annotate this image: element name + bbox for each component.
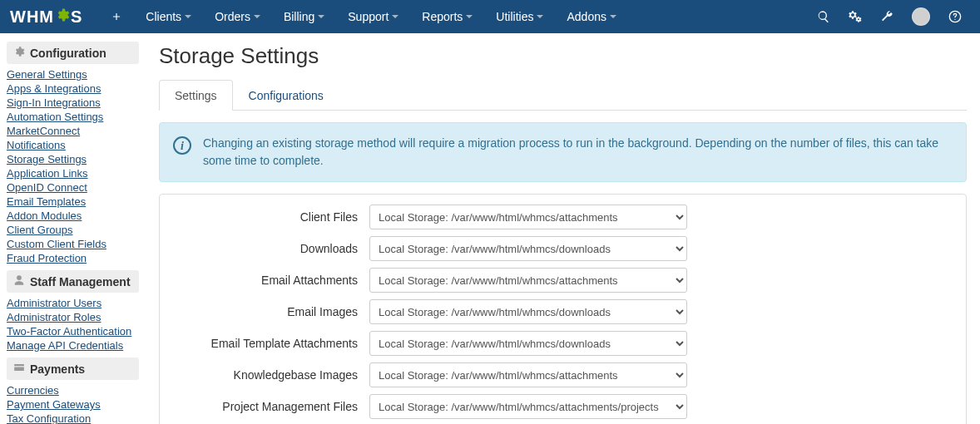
tab-configurations[interactable]: Configurations [233, 80, 339, 111]
nav-label: Clients [146, 10, 181, 23]
alert-text: Changing an existing storage method will… [203, 135, 953, 170]
brand-pre: WHM [10, 7, 54, 27]
nav-utilities[interactable]: Utilities [484, 0, 555, 33]
gear-icon [55, 7, 70, 27]
storage-select-email-attachments[interactable]: Local Storage: /var/www/html/whmcs/attac… [369, 268, 687, 293]
sidebar-link-administrator-roles[interactable]: Administrator Roles [7, 310, 139, 324]
tab-settings[interactable]: Settings [159, 80, 233, 111]
sidebar-link-two-factor-authentication[interactable]: Two-Factor Authentication [7, 324, 139, 338]
sidebar-link-fraud-protection[interactable]: Fraud Protection [7, 251, 139, 265]
form-row-client-files: Client FilesLocal Storage: /var/www/html… [160, 201, 966, 233]
sidebar-link-manage-api-credentials[interactable]: Manage API Credentials [7, 338, 139, 353]
sidebar-section-configuration: Configuration [7, 42, 139, 64]
sidebar-link-marketconnect[interactable]: MarketConnect [7, 124, 139, 138]
sidebar-link-sign-in-integrations[interactable]: Sign-In Integrations [7, 96, 139, 110]
tabs: SettingsConfigurations [159, 79, 967, 111]
sidebar-link-general-settings[interactable]: General Settings [7, 67, 139, 81]
form-label: Email Images [170, 305, 369, 318]
sidebar-link-automation-settings[interactable]: Automation Settings [7, 110, 139, 124]
user-icon [13, 274, 25, 288]
main-content: Storage Settings SettingsConfigurations … [146, 33, 980, 424]
settings-panel: Client FilesLocal Storage: /var/www/html… [159, 194, 967, 424]
sidebar-link-client-groups[interactable]: Client Groups [7, 223, 139, 237]
chevron-down-icon [610, 15, 616, 18]
storage-select-email-images[interactable]: Local Storage: /var/www/html/whmcs/downl… [369, 299, 687, 324]
form-control: Local Storage: /var/www/html/whmcs/attac… [369, 205, 687, 229]
brand-post: S [71, 7, 82, 27]
brand-logo[interactable]: WHMS [10, 7, 82, 27]
form-label: Knowledgebase Images [170, 368, 369, 382]
search-icon [817, 10, 830, 23]
form-row-project-management-files: Project Management FilesLocal Storage: /… [160, 391, 966, 422]
nav-right [809, 0, 970, 33]
form-row-email-template-attachments: Email Template AttachmentsLocal Storage:… [160, 328, 966, 359]
chevron-down-icon [392, 15, 398, 18]
form-control: Local Storage: /var/www/html/whmcs/downl… [369, 299, 687, 324]
card-icon [13, 362, 25, 376]
search-button[interactable] [809, 0, 839, 33]
gears-icon [849, 10, 862, 23]
user-menu[interactable] [903, 0, 938, 33]
form-label: Downloads [170, 242, 369, 255]
nav-label: Orders [215, 10, 250, 23]
sidebar-section-title-text: Configuration [30, 47, 106, 60]
storage-select-client-files[interactable]: Local Storage: /var/www/html/whmcs/attac… [369, 205, 687, 229]
nav-label: Utilities [496, 10, 533, 23]
nav-billing[interactable]: Billing [272, 0, 336, 33]
nav-label: Reports [422, 10, 463, 23]
chevron-down-icon [537, 15, 543, 18]
form-label: Email Attachments [170, 274, 369, 287]
tools-button[interactable] [872, 0, 902, 33]
form-control: Local Storage: /var/www/html/whmcs/downl… [369, 236, 687, 261]
sidebar-link-application-links[interactable]: Application Links [7, 166, 139, 180]
sidebar-link-payment-gateways[interactable]: Payment Gateways [7, 397, 139, 412]
storage-select-project-management-files[interactable]: Local Storage: /var/www/html/whmcs/attac… [369, 394, 687, 419]
sidebar-section-title-text: Payments [30, 362, 85, 376]
sidebar-link-addon-modules[interactable]: Addon Modules [7, 209, 139, 223]
svg-point-1 [954, 19, 955, 20]
form-row-knowledgebase-images: Knowledgebase ImagesLocal Storage: /var/… [160, 359, 966, 391]
sidebar-link-storage-settings[interactable]: Storage Settings [7, 152, 139, 166]
gear-icon [13, 46, 25, 60]
chevron-down-icon [254, 15, 260, 18]
plus-icon [111, 11, 122, 22]
storage-select-email-template-attachments[interactable]: Local Storage: /var/www/html/whmcs/downl… [369, 331, 687, 356]
sidebar-link-openid-connect[interactable]: OpenID Connect [7, 180, 139, 195]
nav-label: Support [348, 10, 389, 23]
top-navbar: WHMS ClientsOrdersBillingSupportReportsU… [0, 0, 980, 33]
sidebar-link-apps-integrations[interactable]: Apps & Integrations [7, 81, 139, 96]
help-button[interactable] [940, 0, 970, 33]
help-icon [948, 10, 962, 23]
settings-button[interactable] [840, 0, 870, 33]
sidebar-link-notifications[interactable]: Notifications [7, 138, 139, 152]
sidebar-link-currencies[interactable]: Currencies [7, 383, 139, 397]
form-row-downloads: DownloadsLocal Storage: /var/www/html/wh… [160, 233, 966, 264]
sidebar-link-administrator-users[interactable]: Administrator Users [7, 296, 139, 310]
form-label: Client Files [170, 210, 369, 224]
nav-label: Billing [284, 10, 314, 23]
form-row-email-images: Email ImagesLocal Storage: /var/www/html… [160, 296, 966, 328]
form-label: Email Template Attachments [170, 337, 369, 350]
nav-reports[interactable]: Reports [410, 0, 484, 33]
sidebar-link-email-templates[interactable]: Email Templates [7, 195, 139, 209]
nav-orders[interactable]: Orders [203, 0, 272, 33]
sidebar-link-custom-client-fields[interactable]: Custom Client Fields [7, 237, 139, 251]
info-alert: i Changing an existing storage method wi… [159, 122, 967, 182]
info-icon: i [173, 136, 191, 155]
storage-select-downloads[interactable]: Local Storage: /var/www/html/whmcs/downl… [369, 236, 687, 261]
nav-support[interactable]: Support [336, 0, 410, 33]
nav-addons[interactable]: Addons [555, 0, 627, 33]
sidebar: ConfigurationGeneral SettingsApps & Inte… [0, 33, 146, 424]
sidebar-link-tax-configuration[interactable]: Tax Configuration [7, 412, 139, 424]
nav-plus[interactable] [99, 0, 134, 33]
storage-select-knowledgebase-images[interactable]: Local Storage: /var/www/html/whmcs/attac… [369, 362, 687, 387]
wrench-icon [880, 10, 893, 23]
nav-clients[interactable]: Clients [134, 0, 203, 33]
chevron-down-icon [185, 15, 191, 18]
sidebar-section-payments: Payments [7, 357, 139, 380]
nav-left: ClientsOrdersBillingSupportReportsUtilit… [99, 0, 628, 33]
sidebar-section-staff-management: Staff Management [7, 270, 139, 293]
form-label: Project Management Files [170, 400, 369, 413]
form-control: Local Storage: /var/www/html/whmcs/attac… [369, 268, 687, 293]
nav-label: Addons [567, 10, 606, 23]
